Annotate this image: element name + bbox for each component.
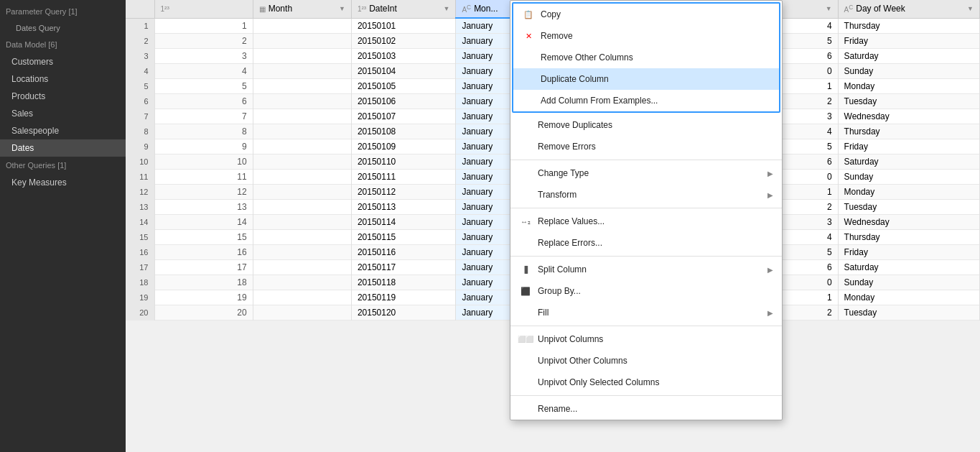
sidebar-item-products[interactable]: Products: [0, 88, 126, 105]
cell-row-num: 1: [126, 18, 154, 34]
menu-item-split-column[interactable]: ▐▌ Split Column ▶: [510, 259, 782, 280]
cell-dayofweek: Sunday: [838, 275, 979, 290]
cell-row-num: 11: [126, 170, 154, 185]
col-header-dateint[interactable]: 1²³ DateInt ▼: [351, 0, 456, 18]
cell-dateint: 20150105: [351, 79, 456, 94]
cell-index: 5: [154, 79, 253, 94]
cell-month: [253, 260, 351, 275]
menu-item-copy[interactable]: 📋 Copy: [513, 4, 779, 25]
cell-index: 1: [154, 18, 253, 34]
cell-index: 8: [154, 124, 253, 139]
cell-dateint: 20150104: [351, 64, 456, 79]
copy-icon: 📋: [522, 8, 535, 21]
cell-dateint: 20150114: [351, 215, 456, 230]
fill-arrow: ▶: [767, 309, 773, 317]
sidebar-section-other-queries[interactable]: Other Queries [1]: [0, 157, 126, 174]
sidebar-item-sales[interactable]: Sales: [0, 105, 126, 122]
menu-item-remove-errors[interactable]: Remove Errors: [510, 136, 782, 157]
menu-item-remove[interactable]: ✕ Remove: [513, 25, 779, 47]
remove-icon: ✕: [522, 29, 535, 42]
cell-dateint: 20150119: [351, 290, 456, 305]
cell-index: 4: [154, 64, 253, 79]
sidebar-item-salespeople[interactable]: Salespeople: [0, 122, 126, 139]
dateint-type-icon: 1²³: [358, 5, 366, 13]
col-header-dayofweek[interactable]: AC Day of Week ▼: [838, 0, 979, 18]
menu-item-fill[interactable]: Fill ▶: [510, 302, 782, 323]
sidebar-item-key-measures[interactable]: Key Measures: [0, 174, 126, 191]
month-filter-icon[interactable]: ▼: [339, 5, 345, 12]
cell-dayofweek: Friday: [838, 139, 979, 154]
col-header-rownum: [126, 0, 154, 18]
cell-dayofweek: Sunday: [838, 64, 979, 79]
menu-item-rename[interactable]: Rename...: [510, 398, 782, 420]
menu-item-remove-other-columns[interactable]: Remove Other Columns: [513, 47, 779, 68]
sidebar-item-dates-query[interactable]: Dates Query: [0, 20, 126, 36]
index-icon: 1²³: [161, 5, 169, 13]
cell-row-num: 13: [126, 200, 154, 215]
cell-dayofweek: Monday: [838, 290, 979, 305]
sidebar-section-parameter-query[interactable]: Parameter Query [1]: [0, 3, 126, 20]
dateint-filter-icon[interactable]: ▼: [444, 5, 450, 12]
menu-item-duplicate-column[interactable]: Duplicate Column: [513, 68, 779, 90]
menu-item-remove-duplicates[interactable]: Remove Duplicates: [510, 114, 782, 136]
sep4: [510, 326, 782, 326]
menu-item-transform[interactable]: Transform ▶: [510, 184, 782, 206]
menu-item-unpivot-other-columns[interactable]: Unpivot Other Columns: [510, 350, 782, 372]
cell-month: [253, 215, 351, 230]
cell-dateint: 20150118: [351, 275, 456, 290]
cell-row-num: 20: [126, 305, 154, 320]
transform-icon: [519, 188, 532, 201]
sidebar-item-customers[interactable]: Customers: [0, 53, 126, 70]
context-menu: 📋 Copy ✕ Remove Remove Other Columns Dup…: [510, 0, 783, 420]
remove-other-icon: [522, 51, 535, 64]
cell-dateint: 20150115: [351, 230, 456, 245]
split-col-icon: ▐▌: [519, 263, 532, 276]
cell-dateint: 20150111: [351, 170, 456, 185]
menu-item-group-by[interactable]: ⬛ Group By...: [510, 280, 782, 302]
menu-item-add-col-from-examples[interactable]: Add Column From Examples...: [513, 90, 779, 111]
dayinweek-filter-icon[interactable]: ▼: [826, 5, 832, 12]
cell-month: [253, 290, 351, 305]
cell-dayofweek: Sunday: [838, 170, 979, 185]
cell-row-num: 2: [126, 34, 154, 49]
menu-item-replace-errors[interactable]: Replace Errors...: [510, 232, 782, 254]
cell-row-num: 4: [126, 64, 154, 79]
sep2: [510, 208, 782, 208]
unpivot-selected-icon: [519, 376, 532, 389]
sidebar-section-data-model[interactable]: Data Model [6]: [0, 36, 126, 53]
cell-row-num: 5: [126, 79, 154, 94]
cell-month: [253, 109, 351, 124]
cell-row-num: 9: [126, 139, 154, 154]
cell-dateint: 20150109: [351, 139, 456, 154]
sidebar-item-dates[interactable]: Dates: [0, 139, 126, 157]
group-by-icon: ⬛: [519, 285, 532, 298]
cell-dayofweek: Thursday: [838, 230, 979, 245]
sidebar-item-locations[interactable]: Locations: [0, 70, 126, 88]
change-type-arrow: ▶: [767, 170, 773, 177]
menu-item-unpivot-only-selected[interactable]: Unpivot Only Selected Columns: [510, 372, 782, 393]
dayofweek-filter-icon[interactable]: ▼: [967, 5, 974, 12]
cell-row-num: 16: [126, 245, 154, 260]
cell-dayofweek: Monday: [838, 79, 979, 94]
cell-dateint: 20150120: [351, 305, 456, 320]
cell-month: [253, 49, 351, 64]
cell-month: [253, 94, 351, 109]
menu-item-change-type[interactable]: Change Type ▶: [510, 162, 782, 184]
cell-index: 17: [154, 260, 253, 275]
sidebar: Parameter Query [1] Dates Query Data Mod…: [0, 0, 126, 452]
menu-item-unpivot-columns[interactable]: ⬜⬜ Unpivot Columns: [510, 328, 782, 350]
col-header-index[interactable]: 1²³: [154, 0, 253, 18]
fill-icon: [519, 306, 532, 319]
cell-dateint: 20150103: [351, 49, 456, 64]
cell-dayofweek: Tuesday: [838, 200, 979, 215]
cell-index: 7: [154, 109, 253, 124]
cell-dayofweek: Wednesday: [838, 215, 979, 230]
menu-item-replace-values[interactable]: ↔₂ Replace Values...: [510, 211, 782, 232]
cell-row-num: 15: [126, 230, 154, 245]
col-header-month[interactable]: ▦ Month ▼: [253, 0, 351, 18]
transform-arrow: ▶: [767, 191, 773, 199]
cell-month: [253, 170, 351, 185]
cell-month: [253, 275, 351, 290]
cell-dayofweek: Saturday: [838, 260, 979, 275]
cell-index: 14: [154, 215, 253, 230]
